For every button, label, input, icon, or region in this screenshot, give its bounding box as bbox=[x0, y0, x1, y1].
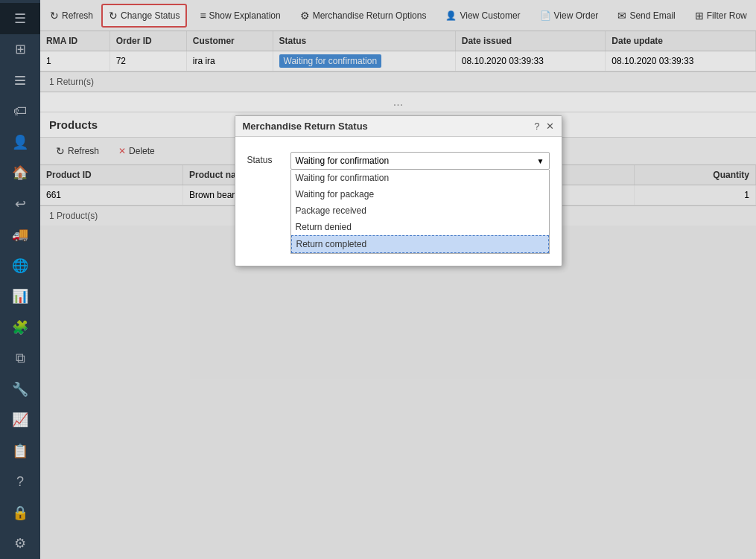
dropdown-item-return-completed[interactable]: Return completed bbox=[291, 235, 549, 253]
dropdown-item-return-denied[interactable]: Return denied bbox=[291, 219, 549, 235]
modal-body: Status Waiting for confirmation ▼ Waitin… bbox=[235, 137, 562, 266]
dropdown-item-waiting-confirmation[interactable]: Waiting for confirmation bbox=[291, 170, 549, 186]
modal-selected-value: Waiting for confirmation bbox=[296, 156, 390, 166]
modal-status-label: Status bbox=[247, 152, 285, 165]
merchandise-return-status-modal: Merchandise Return Status ? ✕ Status Wai… bbox=[235, 115, 562, 266]
modal-title: Merchandise Return Status bbox=[243, 121, 368, 132]
modal-select-display[interactable]: Waiting for confirmation ▼ bbox=[290, 152, 550, 170]
dropdown-item-package-received[interactable]: Package received bbox=[291, 202, 549, 219]
modal-close-button[interactable]: ✕ bbox=[546, 121, 554, 132]
status-dropdown-list: Waiting for confirmation Waiting for pac… bbox=[290, 170, 550, 254]
modal-header: Merchandise Return Status ? ✕ bbox=[235, 116, 562, 137]
modal-status-row: Status Waiting for confirmation ▼ Waitin… bbox=[247, 152, 550, 254]
modal-select-wrapper: Waiting for confirmation ▼ Waiting for c… bbox=[290, 152, 550, 254]
dropdown-item-waiting-package[interactable]: Waiting for package bbox=[291, 186, 549, 202]
modal-header-icons: ? ✕ bbox=[534, 121, 553, 132]
select-arrow-icon: ▼ bbox=[537, 157, 544, 165]
modal-help-button[interactable]: ? bbox=[534, 121, 539, 132]
modal-overlay: Merchandise Return Status ? ✕ Status Wai… bbox=[0, 0, 756, 559]
